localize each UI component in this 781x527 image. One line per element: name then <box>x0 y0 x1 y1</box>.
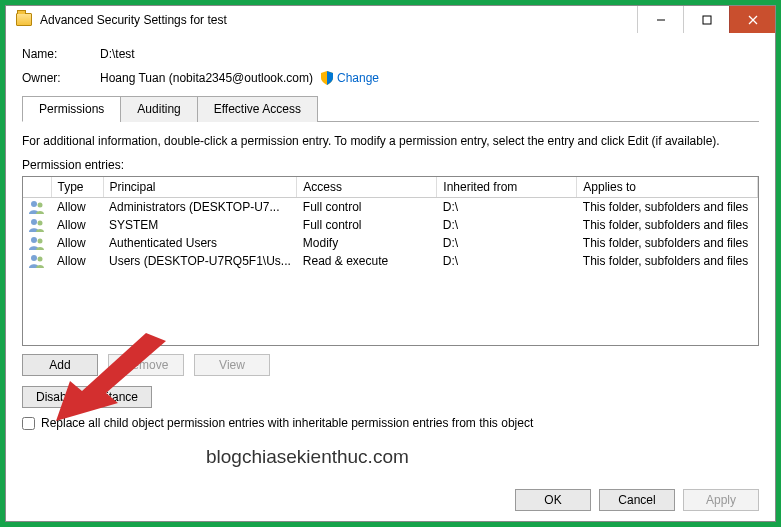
window-title: Advanced Security Settings for test <box>40 13 637 27</box>
watermark-text: blogchiasekienthuc.com <box>206 446 409 468</box>
cell-inherited: D:\ <box>437 234 577 252</box>
maximize-button[interactable] <box>683 6 729 33</box>
svg-rect-1 <box>703 16 711 24</box>
table-row[interactable]: AllowSYSTEMFull controlD:\This folder, s… <box>23 216 758 234</box>
owner-label: Owner: <box>22 71 100 85</box>
people-icon <box>29 218 45 232</box>
remove-button[interactable]: Remove <box>108 354 184 376</box>
minimize-button[interactable] <box>637 6 683 33</box>
cell-inherited: D:\ <box>437 216 577 234</box>
replace-child-label: Replace all child object permission entr… <box>41 416 533 430</box>
cell-applies: This folder, subfolders and files <box>577 216 758 234</box>
entries-label: Permission entries: <box>22 158 759 172</box>
svg-point-11 <box>38 257 43 262</box>
close-button[interactable] <box>729 6 775 33</box>
svg-point-4 <box>31 201 37 207</box>
table-row[interactable]: AllowUsers (DESKTOP-U7RQ5F1\Us...Read & … <box>23 252 758 270</box>
people-icon <box>29 254 45 268</box>
people-icon <box>29 200 45 214</box>
cell-type: Allow <box>51 234 103 252</box>
col-principal[interactable]: Principal <box>103 177 297 198</box>
replace-child-checkbox[interactable] <box>22 417 35 430</box>
col-type[interactable]: Type <box>51 177 103 198</box>
add-button[interactable]: Add <box>22 354 98 376</box>
svg-point-5 <box>38 203 43 208</box>
col-icon[interactable] <box>23 177 51 198</box>
view-button[interactable]: View <box>194 354 270 376</box>
people-icon <box>29 236 45 250</box>
col-applies[interactable]: Applies to <box>577 177 758 198</box>
cell-access: Modify <box>297 234 437 252</box>
svg-point-10 <box>31 255 37 261</box>
name-label: Name: <box>22 47 100 61</box>
cell-type: Allow <box>51 252 103 270</box>
titlebar: Advanced Security Settings for test <box>5 5 776 33</box>
cell-type: Allow <box>51 198 103 217</box>
table-row[interactable]: AllowAdministrators (DESKTOP-U7...Full c… <box>23 198 758 217</box>
cell-access: Full control <box>297 198 437 217</box>
cell-access: Full control <box>297 216 437 234</box>
svg-point-8 <box>31 237 37 243</box>
cell-principal: SYSTEM <box>103 216 297 234</box>
cell-applies: This folder, subfolders and files <box>577 252 758 270</box>
shield-icon <box>321 71 333 85</box>
cell-applies: This folder, subfolders and files <box>577 198 758 217</box>
svg-point-9 <box>38 239 43 244</box>
cancel-button[interactable]: Cancel <box>599 489 675 511</box>
col-inherited[interactable]: Inherited from <box>437 177 577 198</box>
cell-inherited: D:\ <box>437 252 577 270</box>
tab-auditing[interactable]: Auditing <box>120 96 197 122</box>
tab-permissions[interactable]: Permissions <box>22 96 121 122</box>
folder-icon <box>16 13 32 26</box>
name-value: D:\test <box>100 47 135 61</box>
tab-effective-access[interactable]: Effective Access <box>197 96 318 122</box>
change-owner-link[interactable]: Change <box>337 71 379 85</box>
cell-principal: Users (DESKTOP-U7RQ5F1\Us... <box>103 252 297 270</box>
cell-inherited: D:\ <box>437 198 577 217</box>
tabs: Permissions Auditing Effective Access <box>22 95 759 122</box>
cell-access: Read & execute <box>297 252 437 270</box>
svg-point-6 <box>31 219 37 225</box>
cell-principal: Authenticated Users <box>103 234 297 252</box>
cell-type: Allow <box>51 216 103 234</box>
disable-inheritance-button[interactable]: Disable inheritance <box>22 386 152 408</box>
permission-table[interactable]: Type Principal Access Inherited from App… <box>22 176 759 346</box>
hint-text: For additional information, double-click… <box>22 134 759 148</box>
svg-point-7 <box>38 221 43 226</box>
cell-applies: This folder, subfolders and files <box>577 234 758 252</box>
cell-principal: Administrators (DESKTOP-U7... <box>103 198 297 217</box>
table-row[interactable]: AllowAuthenticated UsersModifyD:\This fo… <box>23 234 758 252</box>
col-access[interactable]: Access <box>297 177 437 198</box>
owner-value: Hoang Tuan (nobita2345@outlook.com) <box>100 71 313 85</box>
ok-button[interactable]: OK <box>515 489 591 511</box>
apply-button[interactable]: Apply <box>683 489 759 511</box>
